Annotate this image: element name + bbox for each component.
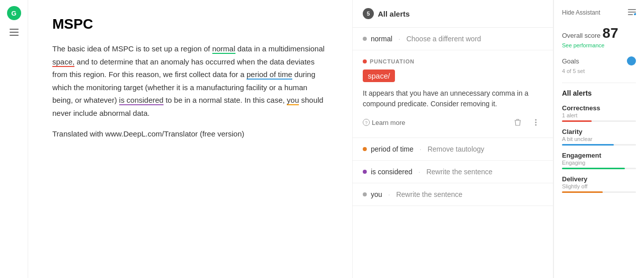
hamburger-button[interactable]	[6, 24, 22, 40]
editor-area[interactable]: MSPC The basic idea of MSPC is to set up…	[28, 0, 352, 278]
more-icon	[535, 119, 537, 126]
sidebar-header: Hide Assistant	[562, 8, 636, 17]
highlight-is-considered[interactable]: is considered	[119, 96, 164, 105]
all-alerts-sidebar-label[interactable]: All alerts	[562, 89, 636, 97]
alert-item-you[interactable]: you · Rewrite the sentence	[353, 183, 553, 206]
metric-correctness-fill	[562, 120, 592, 122]
help-icon: ?	[363, 119, 370, 126]
svg-point-12	[629, 59, 634, 63]
panel-header: 5 All alerts	[353, 0, 553, 28]
metric-delivery[interactable]: Delivery Slightly off	[562, 175, 636, 193]
grammarly-logo[interactable]: G	[7, 6, 21, 20]
punctuation-card: PUNCTUATION space/ It appears that you h…	[353, 50, 553, 138]
metric-clarity-bar	[562, 144, 636, 146]
alert-count-badge: 5	[363, 8, 374, 19]
svg-point-11	[634, 13, 636, 15]
delete-alert-button[interactable]	[511, 115, 525, 129]
metric-clarity-name: Clarity	[562, 128, 636, 135]
score-number: 87	[603, 25, 618, 41]
highlight-you[interactable]: you	[287, 96, 299, 105]
alert-dot-period	[363, 147, 367, 151]
svg-text:?: ?	[365, 120, 367, 125]
middle-panel: 5 All alerts normal · Choose a different…	[352, 0, 553, 278]
metric-correctness[interactable]: Correctness 1 alert	[562, 104, 636, 122]
metric-delivery-sub: Slightly off	[562, 183, 636, 189]
sidebar-menu-icon[interactable]	[628, 8, 636, 17]
svg-point-7	[535, 124, 537, 126]
punctuation-actions: ? Learn more	[363, 115, 543, 129]
see-performance-link[interactable]: See performance	[562, 42, 636, 48]
space-badge: space/	[363, 70, 395, 82]
svg-point-6	[535, 122, 537, 123]
svg-point-5	[535, 119, 537, 121]
learn-more-link[interactable]: ? Learn more	[363, 119, 405, 126]
alert-label-considered: is considered	[371, 168, 413, 176]
more-options-button[interactable]	[529, 115, 543, 129]
svg-rect-0	[10, 29, 19, 30]
divider	[562, 83, 636, 83]
goals-icon	[629, 58, 634, 63]
alert-item-normal[interactable]: normal · Choose a different word	[353, 28, 553, 50]
metric-clarity-fill	[562, 144, 614, 146]
alert-label-you: you	[371, 190, 382, 198]
goals-title: Goals	[562, 57, 579, 65]
svg-rect-8	[628, 9, 636, 10]
goals-subtitle: 4 of 5 set	[562, 68, 585, 74]
highlight-period-of-time[interactable]: period of time	[247, 70, 292, 80]
hide-assistant-button[interactable]: Hide Assistant	[562, 9, 600, 16]
trash-icon	[514, 118, 521, 126]
metric-engagement-name: Engagement	[562, 152, 636, 159]
alert-dot-normal	[363, 37, 367, 41]
metric-engagement-fill	[562, 168, 625, 169]
alert-item-is-considered[interactable]: is considered · Rewrite the sentence	[353, 161, 553, 183]
metric-delivery-fill	[562, 191, 603, 193]
metric-engagement[interactable]: Engagement Engaging	[562, 152, 636, 169]
alert-item-period-of-time[interactable]: period of time · Remove tautology	[353, 138, 553, 161]
metric-delivery-bar	[562, 191, 636, 193]
metric-correctness-sub: 1 alert	[562, 112, 636, 118]
score-row: Overall score 87	[562, 25, 636, 41]
document-footer: Translated with www.DeepL.com/Translator…	[52, 127, 328, 141]
left-toolbar: G	[0, 0, 28, 278]
alert-dot-considered	[363, 170, 367, 174]
panel-title: All alerts	[378, 10, 410, 18]
alert-desc-normal: Choose a different word	[407, 35, 481, 43]
metric-delivery-name: Delivery	[562, 175, 636, 183]
punctuation-description: It appears that you have an unnecessary …	[363, 88, 543, 109]
highlight-space[interactable]: space,	[52, 57, 74, 67]
goals-row: Goals	[562, 56, 636, 65]
metric-engagement-sub: Engaging	[562, 160, 636, 166]
document-title: MSPC	[52, 16, 328, 32]
metric-correctness-name: Correctness	[562, 104, 636, 112]
alert-desc-considered: Rewrite the sentence	[426, 168, 493, 176]
svg-rect-10	[628, 14, 633, 15]
score-section: Overall score 87 See performance	[562, 25, 636, 48]
goals-section: Goals 4 of 5 set	[562, 56, 636, 75]
score-title: Overall score	[562, 32, 601, 39]
goals-badge[interactable]	[627, 56, 636, 65]
punctuation-dot	[363, 59, 367, 63]
right-sidebar: Hide Assistant Overall score 87 See perf…	[553, 0, 644, 278]
metric-engagement-bar	[562, 168, 636, 169]
highlight-normal[interactable]: normal	[212, 44, 235, 54]
document-body: The basic idea of MSPC is to set up a re…	[52, 42, 328, 119]
metric-clarity-sub: A bit unclear	[562, 136, 636, 142]
alert-label-period: period of time	[371, 145, 414, 153]
alert-desc-period: Remove tautology	[428, 145, 485, 153]
punctuation-action-icons	[511, 115, 543, 129]
metric-correctness-bar	[562, 120, 636, 122]
alert-desc-you: Rewrite the sentence	[396, 190, 462, 198]
punctuation-section-label: PUNCTUATION	[363, 58, 543, 64]
metric-clarity[interactable]: Clarity A bit unclear	[562, 128, 636, 146]
svg-rect-9	[628, 12, 636, 13]
alert-label-normal: normal	[371, 35, 392, 43]
svg-rect-2	[10, 35, 19, 36]
alert-dot-you	[363, 192, 367, 196]
svg-rect-1	[10, 32, 19, 33]
